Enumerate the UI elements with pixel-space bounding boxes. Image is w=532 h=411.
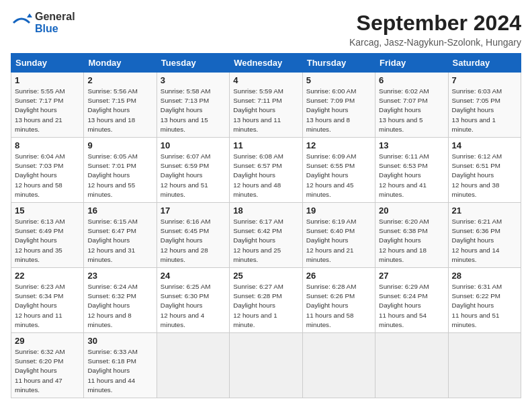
title-block: September 2024 Karcag, Jasz-Nagykun-Szol… (349, 11, 521, 48)
day-info: Sunrise: 6:04 AM Sunset: 7:03 PM Dayligh… (15, 152, 80, 199)
day-number: 8 (15, 140, 80, 150)
table-row: 6 Sunrise: 6:02 AM Sunset: 7:07 PM Dayli… (375, 73, 448, 138)
day-number: 11 (233, 140, 298, 150)
day-number: 30 (87, 336, 152, 346)
table-row: 5 Sunrise: 6:00 AM Sunset: 7:09 PM Dayli… (302, 73, 375, 138)
location: Karcag, Jasz-Nagykun-Szolonk, Hungary (349, 37, 521, 48)
day-info: Sunrise: 6:25 AM Sunset: 6:30 PM Dayligh… (161, 282, 226, 330)
day-number: 23 (87, 271, 152, 281)
week-row: 1 Sunrise: 5:55 AM Sunset: 7:17 PM Dayli… (11, 73, 521, 138)
table-row: 17 Sunrise: 6:16 AM Sunset: 6:45 PM Dayl… (157, 203, 229, 268)
table-row: 30 Sunrise: 6:33 AM Sunset: 6:18 PM Dayl… (84, 333, 157, 398)
table-row: 29 Sunrise: 6:32 AM Sunset: 6:20 PM Dayl… (11, 333, 84, 398)
col-saturday: Saturday (448, 54, 521, 73)
day-info: Sunrise: 6:19 AM Sunset: 6:40 PM Dayligh… (306, 217, 371, 265)
day-number: 17 (161, 205, 226, 216)
day-number: 28 (452, 271, 517, 281)
table-row: 24 Sunrise: 6:25 AM Sunset: 6:30 PM Dayl… (157, 268, 229, 333)
day-info: Sunrise: 5:59 AM Sunset: 7:11 PM Dayligh… (233, 87, 298, 134)
logo-svg (11, 12, 32, 34)
table-row: 1 Sunrise: 5:55 AM Sunset: 7:17 PM Dayli… (11, 73, 84, 138)
table-row: 3 Sunrise: 5:58 AM Sunset: 7:13 PM Dayli… (157, 73, 229, 138)
day-info: Sunrise: 6:23 AM Sunset: 6:34 PM Dayligh… (15, 282, 80, 330)
day-info: Sunrise: 6:16 AM Sunset: 6:45 PM Dayligh… (161, 217, 226, 265)
table-row: 15 Sunrise: 6:13 AM Sunset: 6:49 PM Dayl… (11, 203, 84, 268)
month-title: September 2024 (349, 11, 521, 36)
day-info: Sunrise: 6:07 AM Sunset: 6:59 PM Dayligh… (161, 152, 226, 199)
day-number: 19 (306, 205, 371, 216)
calendar-table: Sunday Monday Tuesday Wednesday Thursday… (11, 53, 521, 398)
table-row: 26 Sunrise: 6:28 AM Sunset: 6:26 PM Dayl… (302, 268, 375, 333)
day-number: 15 (15, 205, 80, 216)
day-number: 6 (379, 75, 444, 85)
day-number: 13 (379, 140, 444, 150)
day-number: 21 (452, 205, 517, 216)
day-number: 16 (87, 205, 152, 216)
day-info: Sunrise: 6:27 AM Sunset: 6:28 PM Dayligh… (233, 282, 298, 330)
logo-blue: Blue (35, 23, 75, 35)
day-info: Sunrise: 6:17 AM Sunset: 6:42 PM Dayligh… (233, 217, 298, 265)
table-row: 11 Sunrise: 6:08 AM Sunset: 6:57 PM Dayl… (230, 138, 302, 203)
day-info: Sunrise: 6:08 AM Sunset: 6:57 PM Dayligh… (233, 152, 298, 199)
day-info: Sunrise: 6:24 AM Sunset: 6:32 PM Dayligh… (87, 282, 152, 330)
week-row: 29 Sunrise: 6:32 AM Sunset: 6:20 PM Dayl… (11, 333, 521, 398)
empty-cell (302, 333, 375, 398)
table-row: 28 Sunrise: 6:31 AM Sunset: 6:22 PM Dayl… (448, 268, 521, 333)
table-row: 13 Sunrise: 6:11 AM Sunset: 6:53 PM Dayl… (375, 138, 448, 203)
day-number: 5 (306, 75, 371, 85)
day-number: 27 (379, 271, 444, 281)
empty-cell (157, 333, 229, 398)
day-info: Sunrise: 6:11 AM Sunset: 6:53 PM Dayligh… (379, 152, 444, 199)
day-info: Sunrise: 6:29 AM Sunset: 6:24 PM Dayligh… (379, 282, 444, 330)
day-number: 3 (161, 75, 226, 85)
day-info: Sunrise: 6:31 AM Sunset: 6:22 PM Dayligh… (452, 282, 517, 330)
col-friday: Friday (375, 54, 448, 73)
day-info: Sunrise: 6:03 AM Sunset: 7:05 PM Dayligh… (452, 87, 517, 134)
table-row: 10 Sunrise: 6:07 AM Sunset: 6:59 PM Dayl… (157, 138, 229, 203)
header-row: Sunday Monday Tuesday Wednesday Thursday… (11, 54, 521, 73)
day-number: 7 (452, 75, 517, 85)
day-info: Sunrise: 6:09 AM Sunset: 6:55 PM Dayligh… (306, 152, 371, 199)
table-row: 4 Sunrise: 5:59 AM Sunset: 7:11 PM Dayli… (230, 73, 302, 138)
table-row: 8 Sunrise: 6:04 AM Sunset: 7:03 PM Dayli… (11, 138, 84, 203)
col-wednesday: Wednesday (230, 54, 302, 73)
empty-cell (448, 333, 521, 398)
week-row: 15 Sunrise: 6:13 AM Sunset: 6:49 PM Dayl… (11, 203, 521, 268)
day-info: Sunrise: 6:21 AM Sunset: 6:36 PM Dayligh… (452, 217, 517, 265)
table-row: 25 Sunrise: 6:27 AM Sunset: 6:28 PM Dayl… (230, 268, 302, 333)
day-number: 4 (233, 75, 298, 85)
day-info: Sunrise: 6:00 AM Sunset: 7:09 PM Dayligh… (306, 87, 371, 134)
table-row: 18 Sunrise: 6:17 AM Sunset: 6:42 PM Dayl… (230, 203, 302, 268)
week-row: 22 Sunrise: 6:23 AM Sunset: 6:34 PM Dayl… (11, 268, 521, 333)
empty-cell (375, 333, 448, 398)
day-number: 14 (452, 140, 517, 150)
day-info: Sunrise: 6:13 AM Sunset: 6:49 PM Dayligh… (15, 217, 80, 265)
day-number: 10 (161, 140, 226, 150)
table-row: 16 Sunrise: 6:15 AM Sunset: 6:47 PM Dayl… (84, 203, 157, 268)
empty-cell (230, 333, 302, 398)
table-row: 27 Sunrise: 6:29 AM Sunset: 6:24 PM Dayl… (375, 268, 448, 333)
table-row: 21 Sunrise: 6:21 AM Sunset: 6:36 PM Dayl… (448, 203, 521, 268)
day-info: Sunrise: 6:33 AM Sunset: 6:18 PM Dayligh… (87, 347, 152, 395)
day-info: Sunrise: 6:02 AM Sunset: 7:07 PM Dayligh… (379, 87, 444, 134)
day-number: 26 (306, 271, 371, 281)
day-info: Sunrise: 6:32 AM Sunset: 6:20 PM Dayligh… (15, 347, 80, 395)
day-info: Sunrise: 5:55 AM Sunset: 7:17 PM Dayligh… (15, 87, 80, 134)
col-monday: Monday (84, 54, 157, 73)
day-number: 18 (233, 205, 298, 216)
table-row: 22 Sunrise: 6:23 AM Sunset: 6:34 PM Dayl… (11, 268, 84, 333)
day-number: 12 (306, 140, 371, 150)
col-thursday: Thursday (302, 54, 375, 73)
logo-general: General (35, 11, 75, 23)
table-row: 14 Sunrise: 6:12 AM Sunset: 6:51 PM Dayl… (448, 138, 521, 203)
day-info: Sunrise: 5:58 AM Sunset: 7:13 PM Dayligh… (161, 87, 226, 134)
day-number: 2 (87, 75, 152, 85)
day-info: Sunrise: 6:05 AM Sunset: 7:01 PM Dayligh… (87, 152, 152, 199)
day-number: 29 (15, 336, 80, 346)
day-info: Sunrise: 6:28 AM Sunset: 6:26 PM Dayligh… (306, 282, 371, 330)
day-number: 1 (15, 75, 80, 85)
logo: General Blue (11, 11, 75, 34)
day-number: 22 (15, 271, 80, 281)
day-info: Sunrise: 6:12 AM Sunset: 6:51 PM Dayligh… (452, 152, 517, 199)
day-number: 20 (379, 205, 444, 216)
